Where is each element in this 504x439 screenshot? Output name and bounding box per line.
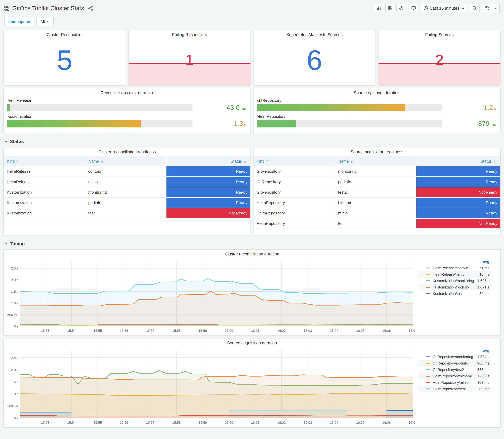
variable-namespace-value-dropdown[interactable]: All — [37, 17, 54, 26]
svg-text:15:56: 15:56 — [120, 421, 128, 425]
svg-text:15:57: 15:57 — [146, 329, 154, 332]
legend-series-avg: 1.071 s — [477, 285, 489, 289]
stat-panel-title: Failing Reconcilers — [129, 30, 251, 37]
bar-gauge-value: 1.3s — [193, 120, 246, 127]
bar-gauge-fill — [7, 104, 10, 111]
stat-panel: Failing Sources2 — [378, 30, 501, 86]
column-header-kind[interactable]: Kind — [254, 156, 335, 166]
settings-gear-icon — [399, 6, 404, 11]
gauge-panels-row: Reconciler ops avg. durationHelmRelease4… — [3, 88, 501, 133]
legend-series-swatch — [426, 280, 430, 281]
table-row: HelmReleaseminioReady — [4, 177, 250, 187]
chevron-down-icon — [4, 140, 8, 143]
legend-series-swatch — [426, 382, 430, 383]
variable-namespace-label[interactable]: namespace — [4, 17, 34, 26]
bar-gauge-fill — [7, 120, 141, 127]
chart-plot[interactable]: 15:5315:5415:5515:5615:5715:5815:5916:00… — [5, 346, 415, 426]
grafana-dashboard: GitOps Toolkit Cluster Stats — [0, 0, 504, 433]
cell-name: monitoring — [85, 187, 166, 197]
svg-text:15:53: 15:53 — [41, 421, 49, 425]
legend-avg-header[interactable]: avg — [418, 259, 491, 265]
legend-item[interactable]: Kustomization/podinfo1.071 s — [418, 284, 491, 291]
cell-status: Ready — [416, 208, 500, 218]
column-header-kind[interactable]: Kind — [4, 156, 85, 166]
table-row: GitRepositorymonitoringReady — [254, 166, 500, 177]
time-range-picker[interactable]: Last 15 minutes — [421, 4, 467, 13]
dashboard-grid-icon[interactable] — [4, 6, 10, 11]
bar-gauge-value: 43.6ms — [193, 104, 246, 111]
row-header-timing[interactable]: Timing — [3, 238, 501, 249]
table-row: HelmRepositorytestNot Ready — [254, 218, 500, 229]
stat-panel-title: Cluster Reconcilers — [4, 30, 126, 37]
legend-item[interactable]: HelmRelease/minio16 ms — [418, 271, 491, 278]
refresh-button[interactable] — [482, 4, 492, 13]
svg-text:16:01: 16:01 — [251, 421, 259, 425]
table-header-row: KindNameStatus — [4, 156, 250, 166]
chart-row-1: Cluster reconciliation duration15:5315:5… — [3, 249, 501, 336]
chevron-down-icon — [494, 7, 497, 9]
svg-text:16:01: 16:01 — [251, 329, 259, 332]
add-panel-icon — [377, 6, 382, 11]
legend-item[interactable]: GitRepository/podinfo980 ms — [418, 360, 491, 366]
bar-gauge-track — [7, 120, 193, 127]
share-icon[interactable] — [88, 6, 93, 11]
section-title-status: Status — [10, 139, 24, 144]
column-header-name[interactable]: Name — [335, 156, 416, 166]
column-header-status[interactable]: Status — [166, 156, 250, 166]
bar-gauge-title: Reconciler ops avg. duration — [7, 88, 246, 95]
svg-text:16:00: 16:00 — [225, 329, 233, 332]
column-header-status[interactable]: Status — [416, 156, 500, 166]
dashboard-settings-button[interactable] — [396, 4, 406, 13]
cycle-view-mode-button[interactable] — [409, 4, 418, 13]
add-panel-button[interactable] — [374, 4, 384, 13]
table-panel: Source acquisition readinessKindNameStat… — [253, 147, 501, 236]
svg-text:16:07: 16:07 — [408, 329, 415, 332]
svg-text:1.5 s: 1.5 s — [11, 290, 18, 293]
cell-name: test — [85, 208, 166, 218]
svg-text:16:05: 16:05 — [356, 421, 364, 425]
legend-series-swatch — [426, 268, 430, 268]
svg-text:2.0 s: 2.0 s — [11, 278, 18, 282]
legend-item[interactable]: Kustomization/test84 ms — [418, 291, 491, 297]
legend-item[interactable]: HelmRepository/test289 ms — [418, 386, 491, 392]
row-header-status[interactable]: Status — [3, 136, 501, 147]
zoom-out-icon — [472, 6, 477, 11]
svg-text:15:54: 15:54 — [67, 421, 75, 425]
svg-text:16:03: 16:03 — [304, 421, 312, 425]
zoom-out-button[interactable] — [470, 4, 479, 13]
svg-text:2.0 s: 2.0 s — [11, 368, 18, 372]
chevron-down-icon — [4, 243, 8, 245]
cell-name: monitoring — [335, 166, 416, 177]
svg-text:16:04: 16:04 — [330, 421, 338, 425]
bar-gauge-fill — [257, 104, 405, 111]
cell-status: Ready — [166, 166, 250, 177]
bar-gauge-value: 879ms — [442, 120, 496, 127]
legend-item[interactable]: HelmRepository/bitnami1.695 s — [418, 373, 491, 379]
cell-kind: HelmRelease — [4, 166, 85, 177]
legend-series-name: GitRepository/test2 — [433, 367, 477, 372]
svg-text:15:59: 15:59 — [198, 421, 207, 425]
legend-item[interactable]: GitRepository/test2338 ms — [418, 366, 491, 373]
legend-item[interactable]: Kustomization/monitoring1.605 s — [418, 278, 491, 284]
page-title: GitOps Toolkit Cluster Stats — [12, 5, 84, 12]
legend-series-avg: 289 ms — [477, 387, 489, 391]
legend-avg-header[interactable]: avg — [418, 348, 491, 354]
legend-item[interactable]: HelmRelease/contour71 ms — [418, 265, 491, 271]
legend-item[interactable]: GitRepository/monitoring1.594 s — [418, 354, 491, 360]
dashboard-toolbar: Last 15 minutes — [374, 4, 500, 13]
column-header-name[interactable]: Name — [85, 156, 166, 166]
svg-text:500 ms: 500 ms — [7, 313, 18, 317]
bar-gauge-track — [7, 104, 193, 111]
bar-gauge-track — [257, 104, 442, 111]
svg-text:2.5 s: 2.5 s — [11, 356, 18, 360]
chart-plot[interactable]: 15:5315:5415:5515:5615:5715:5815:5916:00… — [5, 257, 415, 334]
legend-item[interactable]: HelmRepository/minio108 ms — [418, 379, 491, 386]
svg-text:15:55: 15:55 — [94, 421, 102, 425]
refresh-interval-dropdown[interactable] — [492, 4, 500, 13]
chart-row-2: Source acquisition duration15:5315:5415:… — [3, 338, 501, 428]
cell-name: minio — [335, 208, 416, 218]
cell-status: Ready — [166, 177, 250, 187]
svg-text:2.5 s: 2.5 s — [11, 267, 18, 270]
save-dashboard-button[interactable] — [385, 4, 395, 13]
cell-kind: GitRepository — [254, 187, 335, 197]
